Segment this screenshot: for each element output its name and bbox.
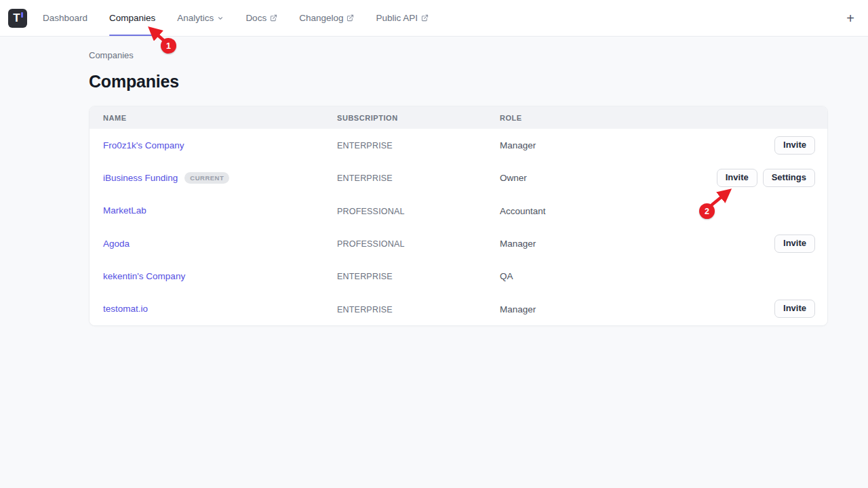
annotation-badge-1: 1 bbox=[161, 38, 176, 54]
logo-accent-mark bbox=[21, 12, 23, 18]
table-row: iBusiness Funding CURRENT ENTERPRISE Own… bbox=[90, 161, 827, 194]
page-content: Companies Companies NAME SUBSCRIPTION RO… bbox=[89, 37, 828, 326]
subscription-value: PROFESSIONAL bbox=[337, 239, 405, 249]
company-name-link[interactable]: iBusiness Funding bbox=[103, 173, 178, 183]
external-link-icon bbox=[421, 14, 429, 22]
breadcrumb[interactable]: Companies bbox=[89, 37, 828, 60]
nav-label-companies: Companies bbox=[109, 13, 155, 23]
main-nav: Dashboard Companies Analytics Docs Chang… bbox=[43, 0, 429, 36]
invite-button[interactable]: Invite bbox=[717, 169, 757, 187]
subscription-value: PROFESSIONAL bbox=[337, 207, 405, 216]
invite-button[interactable]: Invite bbox=[774, 300, 815, 318]
table-row: testomat.io ENTERPRISE Manager Invite bbox=[90, 292, 827, 325]
table-header-row: NAME SUBSCRIPTION ROLE bbox=[90, 106, 827, 129]
column-header-subscription: SUBSCRIPTION bbox=[337, 114, 500, 122]
row-actions: Invite bbox=[712, 300, 827, 318]
invite-button[interactable]: Invite bbox=[774, 235, 815, 253]
row-actions: Invite bbox=[712, 235, 827, 253]
nav-item-public-api[interactable]: Public API bbox=[376, 0, 429, 36]
table-row: Agoda PROFESSIONAL Manager Invite bbox=[90, 227, 827, 260]
nav-label-docs: Docs bbox=[245, 13, 267, 23]
role-value: Manager bbox=[500, 304, 536, 314]
table-row: MarketLab PROFESSIONAL Accountant bbox=[90, 195, 827, 227]
chevron-down-icon bbox=[217, 15, 224, 22]
logo-letter: T bbox=[13, 12, 20, 24]
nav-item-companies[interactable]: Companies bbox=[109, 0, 155, 36]
row-actions: Invite bbox=[712, 136, 827, 155]
table-row: kekentin's Company ENTERPRISE QA bbox=[90, 260, 827, 292]
column-header-name: NAME bbox=[90, 114, 337, 122]
role-value: Manager bbox=[500, 140, 536, 150]
nav-item-docs[interactable]: Docs bbox=[245, 0, 277, 36]
external-link-icon bbox=[270, 14, 277, 22]
subscription-value: ENTERPRISE bbox=[337, 174, 393, 183]
settings-button[interactable]: Settings bbox=[763, 169, 815, 187]
invite-button[interactable]: Invite bbox=[774, 136, 815, 155]
role-value: Owner bbox=[500, 173, 527, 183]
page-title: Companies bbox=[89, 72, 828, 92]
subscription-value: ENTERPRISE bbox=[337, 305, 393, 314]
nav-label-dashboard: Dashboard bbox=[43, 13, 87, 23]
company-name-link[interactable]: Fro0z1k's Company bbox=[103, 140, 184, 150]
nav-label-analytics: Analytics bbox=[177, 13, 214, 23]
external-link-icon bbox=[347, 14, 354, 22]
column-header-role: ROLE bbox=[500, 114, 712, 122]
company-name-link[interactable]: testomat.io bbox=[103, 304, 148, 314]
top-navigation-bar: T Dashboard Companies Analytics Docs Cha… bbox=[0, 0, 868, 37]
nav-item-analytics[interactable]: Analytics bbox=[177, 0, 224, 36]
nav-label-public-api: Public API bbox=[376, 13, 418, 23]
subscription-value: ENTERPRISE bbox=[337, 272, 393, 281]
current-company-badge: CURRENT bbox=[184, 172, 229, 184]
company-name-link[interactable]: Agoda bbox=[103, 239, 130, 249]
annotation-badge-2: 2 bbox=[699, 203, 715, 219]
nav-item-dashboard[interactable]: Dashboard bbox=[43, 0, 87, 36]
company-name-link[interactable]: MarketLab bbox=[103, 205, 146, 216]
subscription-value: ENTERPRISE bbox=[337, 141, 393, 150]
table-body: Fro0z1k's Company ENTERPRISE Manager Inv… bbox=[90, 129, 827, 325]
add-button[interactable]: + bbox=[842, 9, 859, 28]
role-value: Accountant bbox=[500, 206, 546, 216]
row-actions: InviteSettings bbox=[712, 169, 827, 187]
companies-table-card: NAME SUBSCRIPTION ROLE Fro0z1k's Company… bbox=[89, 106, 828, 326]
nav-label-changelog: Changelog bbox=[299, 13, 343, 23]
table-row: Fro0z1k's Company ENTERPRISE Manager Inv… bbox=[90, 129, 827, 161]
nav-item-changelog[interactable]: Changelog bbox=[299, 0, 354, 36]
role-value: Manager bbox=[500, 239, 536, 249]
app-logo[interactable]: T bbox=[8, 9, 27, 28]
role-value: QA bbox=[500, 271, 513, 281]
company-name-link[interactable]: kekentin's Company bbox=[103, 271, 185, 281]
